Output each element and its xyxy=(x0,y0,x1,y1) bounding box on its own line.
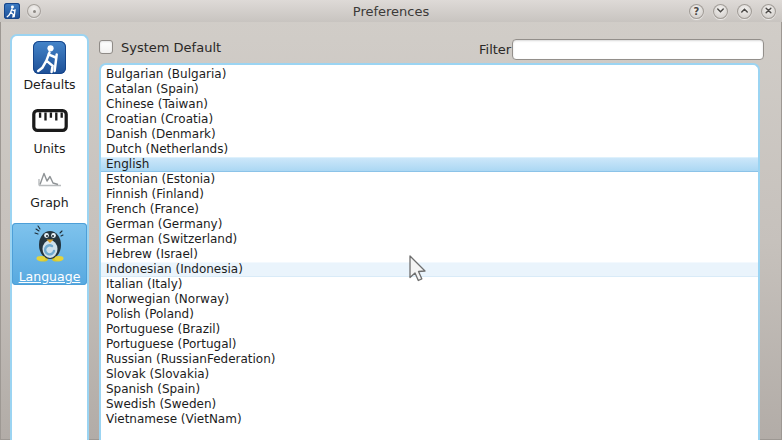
language-row[interactable]: Danish (Denmark) xyxy=(101,127,758,142)
language-row-label: German (Germany) xyxy=(106,217,222,231)
shade-down-button[interactable] xyxy=(713,4,728,19)
language-row[interactable]: Portuguese (Brazil) xyxy=(101,322,758,337)
language-row-label: Swedish (Sweden) xyxy=(106,397,216,411)
language-row[interactable]: Slovak (Slovakia) xyxy=(101,367,758,382)
language-row[interactable]: French (France) xyxy=(101,202,758,217)
language-row[interactable]: German (Germany) xyxy=(101,217,758,232)
language-row[interactable]: Indonesian (Indonesia) xyxy=(101,262,758,277)
system-default-label: System Default xyxy=(121,40,221,55)
language-row[interactable]: Norwegian (Norway) xyxy=(101,292,758,307)
titlebar[interactable]: Preferences ? xyxy=(0,0,782,22)
sidebar: Defaults Units Graph xyxy=(10,34,89,440)
language-row-label: Indonesian (Indonesia) xyxy=(106,262,243,276)
close-button[interactable] xyxy=(761,4,776,19)
language-row[interactable]: Dutch (Netherlands) xyxy=(101,142,758,157)
language-row-label: Spanish (Spain) xyxy=(106,382,200,396)
language-row-label: Chinese (Taiwan) xyxy=(106,97,208,111)
language-row[interactable]: Swedish (Sweden) xyxy=(101,397,758,412)
language-row-label: Estonian (Estonia) xyxy=(106,172,215,186)
filter-input[interactable] xyxy=(512,39,764,60)
language-row-label: Portuguese (Brazil) xyxy=(106,322,220,336)
language-row-label: Italian (Italy) xyxy=(106,277,182,291)
ruler-icon xyxy=(31,107,69,138)
language-row[interactable]: Chinese (Taiwan) xyxy=(101,97,758,112)
system-default-checkbox[interactable] xyxy=(99,40,113,54)
language-row[interactable]: German (Switzerland) xyxy=(101,232,758,247)
sidebar-item-units[interactable]: Units xyxy=(31,92,69,156)
language-row[interactable]: Hebrew (Israel) xyxy=(101,247,758,262)
window-title: Preferences xyxy=(0,4,782,19)
language-row[interactable]: Spanish (Spain) xyxy=(101,382,758,397)
language-row-label: Norwegian (Norway) xyxy=(106,292,229,306)
sidebar-item-language[interactable]: Language xyxy=(12,223,87,285)
sidebar-item-defaults[interactable]: Defaults xyxy=(23,36,75,92)
language-row[interactable]: English xyxy=(101,157,758,172)
language-row-label: Croatian (Croatia) xyxy=(106,112,213,126)
language-row[interactable]: Polish (Poland) xyxy=(101,307,758,322)
language-row-label: Polish (Poland) xyxy=(106,307,194,321)
filter-label: Filter xyxy=(479,42,511,57)
language-row[interactable]: Finnish (Finland) xyxy=(101,187,758,202)
language-row-label: Russian (RussianFederation) xyxy=(106,352,275,366)
language-list[interactable]: Bulgarian (Bulgaria) Catalan (Spain) Chi… xyxy=(99,63,760,440)
sidebar-item-label: Units xyxy=(34,141,66,156)
language-row-label: German (Switzerland) xyxy=(106,232,237,246)
close-icon xyxy=(763,5,774,18)
sidebar-item-label: Language xyxy=(19,269,81,284)
language-row[interactable]: Estonian (Estonia) xyxy=(101,172,758,187)
tux-penguin-icon xyxy=(28,223,72,269)
language-row-label: Finnish (Finland) xyxy=(106,187,204,201)
language-row[interactable]: Vietnamese (VietNam) xyxy=(101,412,758,427)
language-row-label: English xyxy=(106,157,149,171)
titlebar-buttons: ? xyxy=(689,4,776,19)
language-row-label: Hebrew (Israel) xyxy=(106,247,198,261)
language-row-label: French (France) xyxy=(106,202,199,216)
language-row-label: Dutch (Netherlands) xyxy=(106,142,228,156)
language-row[interactable]: Croatian (Croatia) xyxy=(101,112,758,127)
chevron-up-icon xyxy=(739,5,750,18)
language-row[interactable]: Italian (Italy) xyxy=(101,277,758,292)
shade-up-button[interactable] xyxy=(737,4,752,19)
language-row[interactable]: Russian (RussianFederation) xyxy=(101,352,758,367)
language-row-label: Slovak (Slovakia) xyxy=(106,367,209,381)
language-row-label: Catalan (Spain) xyxy=(106,82,199,96)
language-row-label: Danish (Denmark) xyxy=(106,127,216,141)
chevron-down-icon xyxy=(715,5,726,18)
hiker-icon xyxy=(33,41,66,74)
preferences-dialog: Preferences ? xyxy=(0,0,782,440)
sidebar-item-graph[interactable]: Graph xyxy=(30,156,68,210)
graph-icon xyxy=(37,169,63,192)
language-row-label: Bulgarian (Bulgaria) xyxy=(106,67,226,81)
language-row-label: Portuguese (Portugal) xyxy=(106,337,237,351)
language-row[interactable]: Catalan (Spain) xyxy=(101,82,758,97)
language-row[interactable]: Portuguese (Portugal) xyxy=(101,337,758,352)
help-button[interactable]: ? xyxy=(689,4,704,19)
sidebar-item-label: Defaults xyxy=(23,77,75,92)
question-icon: ? xyxy=(694,6,700,17)
sidebar-item-label: Graph xyxy=(30,195,68,210)
language-row[interactable]: Bulgarian (Bulgaria) xyxy=(101,67,758,82)
language-row-label: Vietnamese (VietNam) xyxy=(106,412,242,426)
